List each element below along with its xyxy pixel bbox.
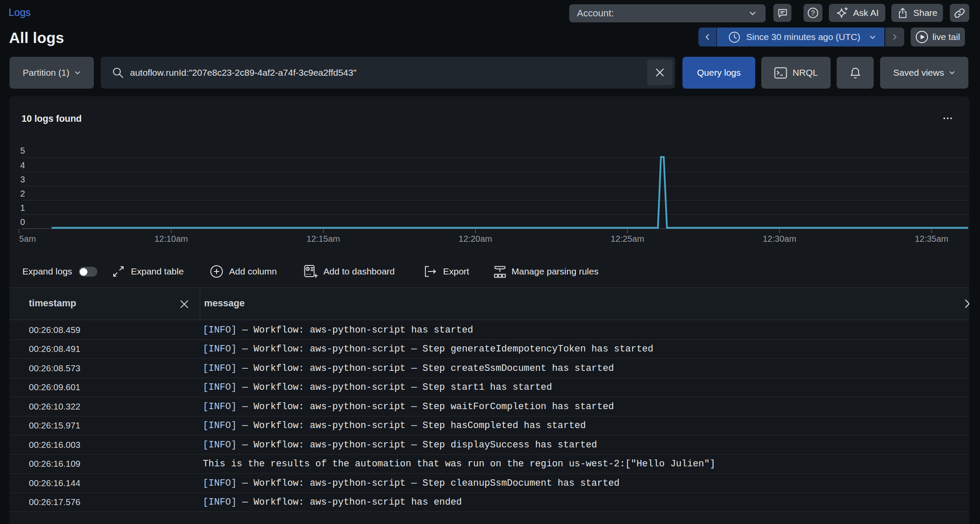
svg-text:12:35am: 12:35am bbox=[915, 234, 949, 244]
svg-text:12:25am: 12:25am bbox=[611, 234, 644, 244]
svg-text:5am: 5am bbox=[19, 234, 36, 244]
svg-text:2: 2 bbox=[20, 189, 25, 198]
svg-text:12:15am: 12:15am bbox=[307, 234, 340, 244]
svg-text:3: 3 bbox=[20, 175, 25, 184]
svg-text:12:30am: 12:30am bbox=[763, 234, 796, 244]
svg-text:0: 0 bbox=[20, 217, 25, 227]
svg-text:5: 5 bbox=[20, 146, 25, 155]
svg-text:4: 4 bbox=[20, 160, 25, 170]
svg-text:?: ? bbox=[811, 9, 815, 17]
svg-text:1: 1 bbox=[20, 203, 25, 213]
svg-text:12:20am: 12:20am bbox=[459, 234, 492, 244]
svg-text:12:10am: 12:10am bbox=[155, 234, 188, 244]
